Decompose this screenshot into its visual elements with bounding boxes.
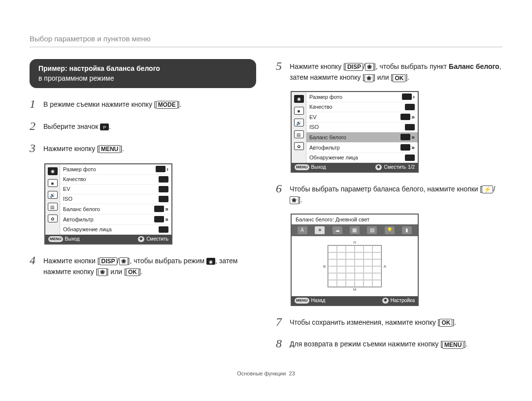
camera-tab-icon: ◉ [48, 167, 58, 175]
wb-title: Баланс белого: Дневной свет [292, 215, 418, 224]
step-text: Нажмите кнопку [DISP/❀], чтобы выбрать п… [290, 59, 502, 83]
step-number: 7 [276, 315, 290, 329]
menu-side-tabs: ◉ ■ 🔊 ▤ ✿ [292, 92, 306, 163]
value-icon [154, 216, 164, 222]
left-column: Пример: настройка баланса белого в прогр… [30, 59, 256, 359]
ok-key: OK [439, 319, 452, 327]
step-number: 5 [276, 59, 290, 73]
macro-icon: ❀ [98, 268, 107, 276]
menu-key: MENU [99, 145, 120, 153]
tungsten-icon: 💡 [385, 226, 395, 234]
menu-rows: Размер фото› Качество EV ISO Баланс бело… [60, 164, 171, 235]
step-text: Чтобы сохранить изменения, нажмите кнопк… [290, 315, 456, 328]
nav-key-icon: ✥ [382, 298, 389, 304]
disp-key: DISP [345, 63, 363, 71]
disp-key: DISP [100, 257, 117, 265]
step-number: 1 [30, 97, 43, 111]
menu-row-label: Баланс белого [309, 134, 346, 140]
video-tab-icon: ■ [48, 179, 58, 187]
value-icon [159, 186, 168, 192]
menu-row-label: Обнаружение лица [309, 154, 358, 160]
chevron-right-icon: » [165, 206, 168, 213]
step-4: 4 Нажмите кнопки [DISP/❀], чтобы выбрать… [30, 253, 256, 278]
menu-row-label: EV [309, 114, 317, 120]
value-icon [154, 206, 164, 212]
menu-key-icon: MENU [295, 298, 309, 304]
step-number: 6 [276, 182, 290, 196]
camera-icon: ◉ [206, 258, 215, 265]
sound-tab-icon: 🔊 [48, 191, 58, 199]
menu-footer: MENUВыход ✥Сместить 1/2 [292, 163, 418, 172]
wb-axis-g: G [328, 240, 382, 245]
example-box: Пример: настройка баланса белого в прогр… [30, 59, 256, 88]
example-box-line1: Пример: настройка баланса белого [38, 64, 247, 74]
wb-axis-a: A [384, 264, 386, 268]
value-icon [400, 134, 410, 140]
sun-icon: ☀ [315, 226, 325, 234]
chevron-right-icon: › [413, 93, 415, 100]
step-8: 8 Для возврата в режим съемки нажмите кн… [276, 337, 502, 351]
value-icon [159, 176, 168, 183]
menu-row-label: EV [63, 186, 70, 192]
nav-key-icon: ✥ [375, 164, 382, 170]
step-number: 8 [276, 337, 290, 351]
awb-icon: A [298, 226, 307, 234]
chevron-right-icon: » [411, 144, 415, 151]
step-text: Нажмите кнопку [MENU]. [43, 141, 124, 154]
ok-key: OK [393, 74, 405, 82]
fluorescent-icon: ▦ [350, 226, 360, 234]
wb-icon-row: A ☀ ☁ ▦ ▤ 💡 ▮ [292, 224, 418, 236]
menu-screenshot-1: ◉ ■ 🔊 ▤ ✿ Размер фото› Качество EV ISO Б… [44, 163, 172, 245]
page-footer: Основные функции 23 [30, 370, 502, 376]
step-text: Нажмите кнопки [DISP/❀], чтобы выбрать р… [43, 253, 256, 278]
chevron-right-icon: » [165, 216, 168, 223]
menu-rows: Размер фото› Качество EV» ISO Баланс бел… [306, 92, 418, 163]
wb-screenshot: Баланс белого: Дневной свет A ☀ ☁ ▦ ▤ 💡 … [291, 214, 419, 306]
menu-side-tabs: ◉ ■ 🔊 ▤ ✿ [45, 164, 60, 235]
menu-row-label: Баланс белого [63, 206, 100, 212]
value-icon [402, 93, 412, 100]
step-6: 6 Чтобы выбрать параметр баланса белого,… [276, 182, 502, 206]
ok-key: OK [126, 268, 139, 276]
value-icon [405, 104, 415, 110]
step-3: 3 Нажмите кнопку [MENU]. [30, 141, 256, 155]
step-text: Чтобы выбрать параметр баланса белого, н… [290, 182, 502, 206]
flash-icon: ⚡ [482, 185, 493, 193]
value-icon [400, 114, 410, 120]
menu-row-label: Автофильтр [309, 145, 340, 151]
step-7: 7 Чтобы сохранить изменения, нажмите кно… [276, 315, 502, 329]
value-icon [159, 226, 168, 233]
flower-icon: ❀ [365, 63, 374, 71]
video-tab-icon: ■ [294, 107, 304, 115]
settings-tab-icon: ✿ [48, 215, 58, 222]
step-text: В режиме съемки нажмите кнопку [MODE]. [43, 97, 181, 110]
macro-icon: ❀ [365, 74, 373, 82]
flower-icon: ❀ [119, 257, 128, 265]
step-number: 2 [30, 119, 43, 133]
value-icon [156, 166, 166, 172]
menu-row-label: Автофильтр [63, 216, 94, 222]
camera-p-icon: P [100, 123, 109, 130]
value-icon [159, 196, 168, 202]
settings-tab-icon: ✿ [294, 142, 304, 150]
nav-key-icon: ✥ [138, 236, 144, 242]
menu-row-label: Качество [309, 104, 332, 110]
wb-grid: B A [328, 245, 382, 287]
menu-row-label: Размер фото [309, 94, 342, 100]
chevron-right-icon: » [411, 114, 415, 121]
step-text: Для возврата в режим съемки нажмите кноп… [290, 337, 467, 349]
display-tab-icon: ▤ [48, 203, 58, 211]
menu-key-icon: MENU [295, 164, 309, 170]
menu-footer: MENUВыход ✥Сместить [45, 235, 171, 244]
fluorescent2-icon: ▤ [367, 226, 377, 234]
step-2: 2 Выберите значок P. [30, 119, 256, 133]
chevron-right-icon: › [166, 166, 168, 173]
page-title: Выбор параметров и пунктов меню [30, 34, 502, 47]
cloud-icon: ☁ [332, 226, 342, 234]
menu-key-icon: MENU [48, 236, 63, 242]
step-number: 3 [30, 141, 43, 155]
step-5: 5 Нажмите кнопку [DISP/❀], чтобы выбрать… [276, 59, 502, 83]
value-icon [405, 154, 415, 161]
step-number: 4 [30, 253, 43, 268]
step-text: Выберите значок P. [43, 119, 111, 132]
